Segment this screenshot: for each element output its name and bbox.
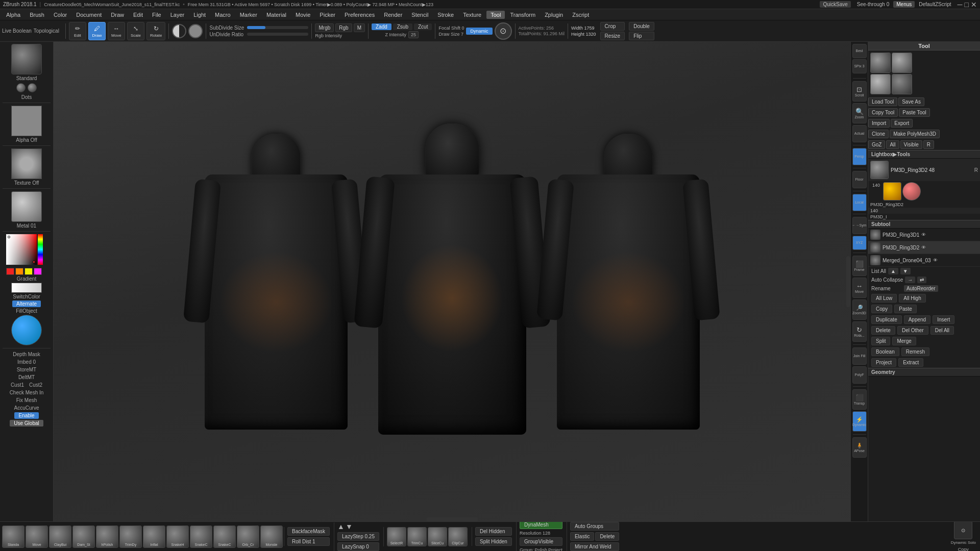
auto-collapse-btn2[interactable]: ⇄: [917, 277, 926, 283]
use-global-btn[interactable]: Use Global: [10, 420, 43, 427]
split-btn[interactable]: Split: [871, 337, 890, 345]
resize-btn[interactable]: Resize: [600, 32, 625, 40]
subdiv-size-slider[interactable]: [247, 26, 308, 29]
double-btn[interactable]: Double: [629, 22, 654, 31]
menu-texture[interactable]: Texture: [459, 11, 485, 19]
yellow-swatch[interactable]: [24, 268, 33, 275]
clone-btn[interactable]: Clone: [868, 130, 889, 138]
tool-thumb-sphere[interactable]: [870, 74, 891, 94]
zcut-btn[interactable]: Zcut: [414, 23, 432, 30]
sym-btn[interactable]: ←→Sym: [852, 217, 867, 234]
subtool-pm3d-ring3d1[interactable]: PM3D_Ring3D1 👁: [868, 229, 980, 241]
half-sphere-toggle[interactable]: [172, 24, 186, 38]
orange-swatch[interactable]: [15, 268, 23, 275]
menu-light[interactable]: Light: [189, 11, 210, 19]
menu-preferences[interactable]: Preferences: [340, 11, 379, 19]
mrgb-btn[interactable]: Mrgb: [315, 23, 334, 32]
maximize-btn[interactable]: □: [965, 1, 969, 9]
trim-cu-btn[interactable]: TrimCu: [407, 527, 427, 546]
cust2-btn[interactable]: Cust2: [27, 382, 44, 388]
apose-btn[interactable]: 🧍 APose: [852, 437, 867, 458]
xyz-btn[interactable]: XYZ: [852, 236, 867, 250]
m-btn[interactable]: M: [354, 23, 365, 32]
copy-bottom-btn[interactable]: Copy: [951, 547, 976, 551]
imbed-btn[interactable]: Imbed 0: [15, 359, 38, 365]
menu-movie[interactable]: Movie: [291, 11, 314, 19]
brush-snakec2[interactable]: SnakeC: [213, 525, 236, 548]
list-up-btn[interactable]: ▲: [888, 268, 898, 274]
dynamic-btn[interactable]: Dynamic: [466, 28, 492, 35]
menus-btn[interactable]: Menus: [893, 1, 915, 8]
paste-sub-btn[interactable]: Paste: [894, 305, 917, 313]
lightbox-section[interactable]: Lightbox▶Tools: [868, 150, 980, 159]
zadd-btn[interactable]: Zadd: [372, 23, 391, 30]
menu-draw[interactable]: Draw: [107, 11, 128, 19]
menu-tool[interactable]: Tool: [486, 11, 505, 19]
canvas-scrollbar-horizontal[interactable]: [427, 517, 478, 521]
visible-btn[interactable]: Visible: [900, 140, 922, 149]
export-btn[interactable]: Export: [891, 119, 913, 128]
fix-mesh-btn[interactable]: Fix Mesh: [14, 397, 39, 404]
full-sphere-toggle[interactable]: [188, 24, 203, 38]
sphere-thumb[interactable]: [902, 182, 921, 201]
brush-damst[interactable]: Dam_St: [72, 525, 95, 548]
remesh-btn[interactable]: Remesh: [901, 347, 929, 356]
brush-size-sphere[interactable]: ⊙: [495, 22, 512, 40]
roll-dist-btn[interactable]: Roll Dist 1: [287, 537, 330, 546]
scale-btn[interactable]: ⤡ Scale: [127, 22, 144, 40]
del-mt-btn[interactable]: DeltMT: [16, 374, 37, 381]
make-polymesh-btn[interactable]: Make PolyMesh3D: [890, 130, 940, 138]
menu-brush[interactable]: Brush: [26, 11, 48, 19]
tool-thumb-ring3d[interactable]: [870, 53, 891, 73]
persp-btn[interactable]: Persp: [852, 148, 867, 165]
rotate3d-btn[interactable]: ↻ Rota...: [852, 321, 867, 342]
flip-btn[interactable]: Flip: [629, 32, 654, 40]
extract-btn[interactable]: Extract: [898, 358, 923, 367]
purple-swatch[interactable]: [34, 268, 42, 275]
dynamesh-btn[interactable]: DynaMesh: [520, 521, 562, 529]
brush-snakeh[interactable]: SnakeH: [166, 525, 189, 548]
del-hidden-btn[interactable]: Del Hidden: [475, 527, 512, 536]
spix-btn[interactable]: SPix 3: [852, 59, 867, 73]
texture-preview[interactable]: [11, 148, 42, 179]
lazy-up-btn[interactable]: ▲: [337, 522, 345, 531]
red-swatch[interactable]: [6, 268, 14, 275]
cust1-btn[interactable]: Cust1: [9, 382, 26, 388]
hue-strip[interactable]: [38, 234, 43, 265]
poly-f-btn[interactable]: PolyF: [852, 366, 867, 384]
zoom3d-btn[interactable]: 🔎 Zoom3D: [852, 299, 867, 320]
cylinder-thumb[interactable]: [883, 182, 901, 201]
undivide-ratio-slider[interactable]: [247, 33, 308, 36]
best-btn[interactable]: Best: [852, 44, 867, 58]
canvas-area[interactable]: [54, 42, 850, 521]
menu-file[interactable]: File: [148, 11, 165, 19]
draw-btn[interactable]: 🖊 Draw: [88, 22, 106, 40]
insert-btn[interactable]: Insert: [933, 315, 954, 324]
menu-render[interactable]: Render: [380, 11, 406, 19]
mirror-weld-btn[interactable]: Mirror And Weld: [570, 542, 619, 551]
alternate-btn[interactable]: Alternate: [12, 300, 41, 307]
menu-picker[interactable]: Picker: [315, 11, 339, 19]
copy-tool-btn[interactable]: Copy Tool: [868, 108, 898, 117]
rgb-btn[interactable]: Rgb: [335, 23, 352, 32]
all-btn[interactable]: All: [886, 140, 899, 149]
fill-sphere[interactable]: [11, 315, 42, 345]
lazy-down-btn[interactable]: ▼: [346, 522, 353, 531]
menu-marker[interactable]: Marker: [236, 11, 261, 19]
expand-btn[interactable]: R: [974, 167, 978, 173]
brush-trimdy[interactable]: TrimDy: [119, 525, 142, 548]
menu-alpha[interactable]: Alpha: [2, 11, 24, 19]
menu-transform[interactable]: Transform: [506, 11, 540, 19]
scroll-btn[interactable]: ⊡ Scroll: [852, 81, 867, 102]
brush-monste[interactable]: Monste: [260, 525, 283, 548]
duplicate-btn[interactable]: Duplicate: [871, 315, 902, 324]
brush-move[interactable]: Move: [26, 525, 48, 548]
project-btn[interactable]: Project: [871, 358, 896, 367]
paste-tool-btn[interactable]: Paste Tool: [899, 108, 930, 117]
brush-inflat[interactable]: Inflat: [143, 525, 165, 548]
slice-cu-btn[interactable]: SliceCu: [428, 527, 447, 546]
copy-sub-btn[interactable]: Copy: [871, 305, 892, 313]
brush-preview[interactable]: [11, 44, 42, 74]
menu-zscript[interactable]: Zscript: [568, 11, 593, 19]
check-mesh-in-btn[interactable]: Check Mesh In: [8, 389, 46, 396]
